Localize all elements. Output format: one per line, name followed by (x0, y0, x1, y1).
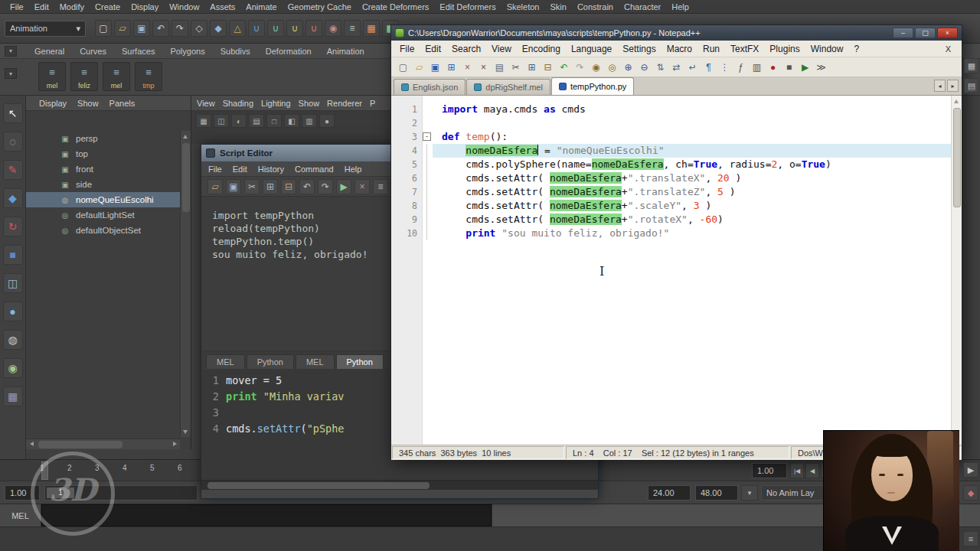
editor-area[interactable]: 1import maya.cmds as cmds23-def temp():4… (391, 96, 962, 445)
tab-english-json[interactable]: English.json (394, 79, 466, 95)
paste-icon[interactable]: ⊟ (281, 179, 296, 194)
undo-icon[interactable]: ↶ (557, 60, 571, 74)
open-scene-icon[interactable]: ▱ (114, 20, 131, 37)
npp-menu-language[interactable]: Language (566, 42, 617, 56)
sync-horizontal-icon[interactable]: ⇄ (669, 60, 684, 74)
animation-end-field[interactable]: 48.00 (695, 485, 738, 500)
anim-layer-dropdown-icon[interactable]: ▾ (741, 485, 758, 500)
copy-icon[interactable]: ⊞ (263, 179, 278, 194)
auto-keyframe-icon[interactable]: ◆ (963, 485, 978, 500)
snap-to-plane-icon[interactable]: ∪ (305, 20, 322, 37)
move-tool-icon[interactable]: ◆ (3, 188, 23, 208)
outliner-item-defaultlightset[interactable]: ◎defaultLightSet (26, 207, 180, 223)
mel-input[interactable] (41, 504, 492, 527)
shelf-tab-animation[interactable]: Animation (320, 45, 371, 57)
play-macro-icon[interactable]: ▶ (798, 60, 812, 74)
script-editor-menu-edit[interactable]: Edit (227, 165, 253, 174)
viewport-menu-view[interactable]: View (193, 99, 219, 108)
save-all-icon[interactable]: ⊞ (444, 60, 459, 74)
viewport-film-gate-icon[interactable]: ◫ (214, 114, 229, 128)
maya-menu-display[interactable]: Display (126, 2, 164, 11)
run-multi-macro-icon[interactable]: ≫ (814, 60, 828, 74)
maya-menu-modify[interactable]: Modify (54, 2, 90, 11)
maya-menu-constrain[interactable]: Constrain (572, 2, 619, 11)
code-text[interactable]: cmds.setAttr( nomeDaEsfera+".scaleY", 3 … (433, 199, 962, 213)
script-editor-menu-command[interactable]: Command (289, 165, 339, 174)
maximize-button[interactable]: ▢ (915, 28, 936, 38)
maya-menu-animate[interactable]: Animate (240, 2, 282, 11)
maya-menu-edit-deformers[interactable]: Edit Deformers (434, 2, 501, 11)
shelf-tab-polygons[interactable]: Polygons (163, 45, 211, 57)
playback-end-field[interactable]: 24.00 (648, 485, 691, 500)
shelf-item-tmp[interactable]: ≡tmp (135, 62, 162, 91)
rotate-tool-icon[interactable]: ↻ (3, 217, 23, 236)
npp-menu-macro[interactable]: Macro (662, 42, 697, 56)
range-handle[interactable]: 1 (47, 487, 74, 498)
script-tab-python[interactable]: Python (336, 354, 384, 369)
shelf-tab-surfaces[interactable]: Surfaces (115, 45, 162, 57)
npp-menu-window[interactable]: Window (805, 42, 849, 56)
outliner-menu-show[interactable]: Show (72, 99, 104, 108)
tab-scroll-right-icon[interactable]: ▸ (947, 80, 959, 92)
zoom-in-icon[interactable]: ⊕ (621, 60, 635, 74)
viewport-gate-mask-icon[interactable]: ◐ (231, 114, 247, 128)
viewport-resolution-icon[interactable]: ▥ (302, 114, 317, 128)
script-tab-mel[interactable]: MEL (296, 354, 335, 369)
outliner-item-front[interactable]: ▣front (26, 161, 180, 177)
npp-menu-textfx[interactable]: TextFX (725, 42, 764, 56)
scroll-left-icon[interactable] (27, 439, 36, 448)
scroll-up-icon[interactable] (952, 96, 961, 106)
shelf-tab-curves[interactable]: Curves (73, 45, 113, 57)
shelf-tab-subdivs[interactable]: Subdivs (214, 45, 257, 57)
shelf-menu-icon[interactable]: ▾ (5, 68, 17, 79)
save-icon[interactable]: ▣ (428, 60, 443, 74)
npp-menu-x[interactable]: ? (848, 42, 864, 56)
universal-manipulator-icon[interactable]: ◫ (3, 273, 23, 293)
zoom-out-icon[interactable]: ⊖ (637, 60, 652, 74)
snap-to-grid-icon[interactable]: ∪ (248, 20, 265, 37)
viewport-grid-icon[interactable]: ▦ (196, 114, 211, 128)
script-editor-menu-help[interactable]: Help (339, 165, 368, 174)
scroll-right-icon[interactable] (170, 439, 179, 448)
indent-guide-icon[interactable]: ⋮ (717, 60, 732, 74)
maya-menu-create-deformers[interactable]: Create Deformers (357, 2, 434, 11)
open-folder-icon[interactable]: ▱ (412, 60, 426, 74)
npp-menu-settings[interactable]: Settings (617, 42, 661, 56)
viewport-menu-show[interactable]: Show (295, 99, 324, 108)
script-tab-mel[interactable]: MEL (206, 354, 245, 369)
print-icon[interactable]: ▤ (492, 60, 507, 74)
close-doc-icon[interactable]: × (460, 60, 475, 74)
paste-icon[interactable]: ⊟ (541, 60, 555, 74)
construction-history-icon[interactable]: ≡ (344, 20, 361, 37)
npp-menu-edit[interactable]: Edit (420, 42, 446, 56)
scrollbar-thumb[interactable] (38, 441, 122, 448)
code-text[interactable]: import maya.cmds as cmds (433, 103, 962, 116)
npp-menu-view[interactable]: View (486, 42, 517, 56)
fold-collapse-icon[interactable]: - (423, 132, 431, 141)
code-text[interactable]: mover = 5 (226, 373, 282, 389)
npp-menu-file[interactable]: File (394, 42, 420, 56)
scrollbar-thumb[interactable] (182, 143, 190, 212)
tab-dprigshelf-mel[interactable]: dpRigShelf.mel (466, 79, 550, 95)
new-scene-icon[interactable]: ▢ (95, 20, 112, 37)
close-button[interactable]: × (937, 28, 958, 38)
script-tab-python[interactable]: Python (247, 354, 294, 369)
render-current-frame-icon[interactable]: ▦ (363, 20, 380, 37)
go-to-start-button[interactable]: |◀ (790, 463, 804, 478)
viewport-menu-lighting[interactable]: Lighting (257, 99, 295, 108)
shelf-tab-deformation[interactable]: Deformation (259, 45, 318, 57)
snap-to-point-icon[interactable]: ∪ (286, 20, 303, 37)
word-wrap-icon[interactable]: ↵ (685, 60, 700, 74)
make-live-icon[interactable]: ◉ (325, 20, 341, 37)
scale-tool-icon[interactable]: ■ (3, 245, 23, 265)
close-document-button[interactable]: X (941, 43, 956, 55)
maya-menu-file[interactable]: File (5, 2, 29, 11)
script-editor-menu-history[interactable]: History (253, 165, 289, 174)
tab-scroll-left-icon[interactable]: ◂ (934, 80, 946, 92)
select-by-component-icon[interactable]: △ (229, 20, 246, 37)
scroll-up-icon[interactable] (181, 132, 190, 141)
save-scene-icon[interactable]: ▣ (133, 20, 150, 37)
outliner-item-persp[interactable]: ▣persp (26, 131, 180, 146)
record-macro-icon[interactable]: ● (766, 60, 780, 74)
code-text[interactable]: nomeDaEsfera = "nomeQueEuEscolhi" (433, 144, 962, 158)
